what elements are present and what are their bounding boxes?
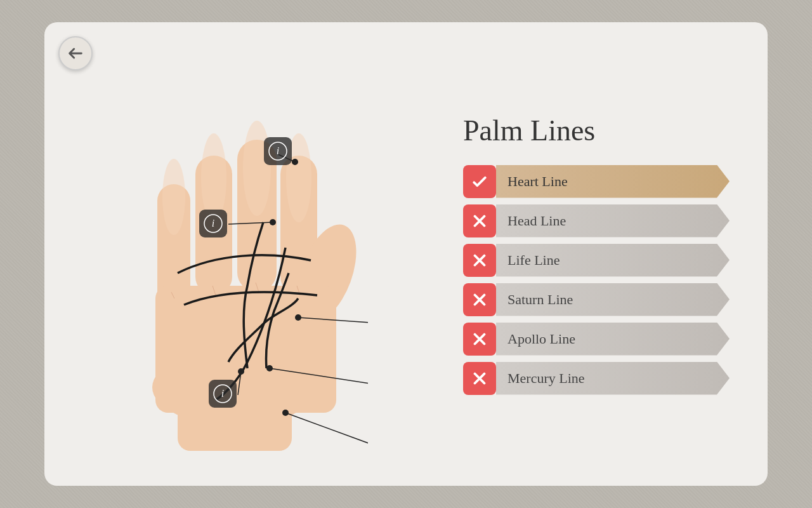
life-line-label-wrap: Life Line bbox=[496, 244, 730, 277]
heart-line-label: Heart Line bbox=[496, 165, 730, 198]
line-item-life[interactable]: Life Line bbox=[463, 244, 730, 277]
head-line-label-wrap: Head Line bbox=[496, 204, 730, 237]
apollo-line-label: Apollo Line bbox=[496, 323, 730, 356]
main-card: i i i i i i bbox=[44, 22, 768, 486]
checkbox-life[interactable] bbox=[463, 244, 496, 277]
svg-point-14 bbox=[243, 121, 271, 216]
apollo-line-label-wrap: Apollo Line bbox=[496, 323, 730, 356]
line-item-heart[interactable]: Heart Line bbox=[463, 165, 730, 198]
svg-point-13 bbox=[201, 133, 226, 222]
right-panel: Palm Lines Heart Line bbox=[463, 114, 730, 395]
checkbox-saturn[interactable] bbox=[463, 283, 496, 316]
checkbox-mercury[interactable] bbox=[463, 362, 496, 395]
checkbox-heart[interactable] bbox=[463, 165, 496, 198]
line-item-mercury[interactable]: Mercury Line bbox=[463, 362, 730, 395]
hand-diagram: i i i i i i bbox=[102, 57, 368, 464]
line-item-apollo[interactable]: Apollo Line bbox=[463, 323, 730, 356]
hand-panel: i i i i i i bbox=[70, 38, 400, 470]
head-line-label: Head Line bbox=[496, 204, 730, 237]
checkbox-apollo[interactable] bbox=[463, 323, 496, 356]
checkbox-head[interactable] bbox=[463, 204, 496, 237]
saturn-line-label-wrap: Saturn Line bbox=[496, 283, 730, 316]
svg-point-12 bbox=[162, 159, 185, 235]
svg-text:i: i bbox=[277, 145, 279, 156]
life-line-label: Life Line bbox=[496, 244, 730, 277]
heart-line-label-wrap: Heart Line bbox=[496, 165, 730, 198]
line-items: Heart Line Head Line bbox=[463, 165, 730, 395]
mercury-line-label-wrap: Mercury Line bbox=[496, 362, 730, 395]
svg-text:i: i bbox=[221, 388, 224, 399]
panel-title: Palm Lines bbox=[463, 114, 730, 147]
line-item-saturn[interactable]: Saturn Line bbox=[463, 283, 730, 316]
line-item-head[interactable]: Head Line bbox=[463, 204, 730, 237]
mercury-line-label: Mercury Line bbox=[496, 362, 730, 395]
saturn-line-label: Saturn Line bbox=[496, 283, 730, 316]
svg-text:i: i bbox=[212, 218, 214, 229]
svg-line-27 bbox=[285, 413, 368, 462]
